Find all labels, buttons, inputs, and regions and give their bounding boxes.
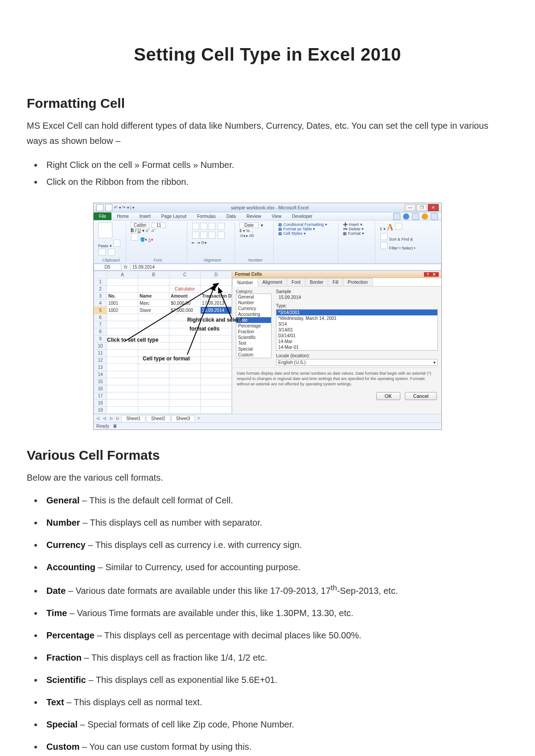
dialog-tab-border[interactable]: Border	[305, 278, 328, 286]
sheet-nav-buttons[interactable]: ᐊ ᐊ ᐅ ᐅ	[96, 416, 120, 421]
category-item[interactable]: Accounting	[236, 311, 271, 317]
cell[interactable]: $7,000.000	[169, 307, 201, 314]
border-button[interactable]	[131, 233, 138, 241]
dialog-tab-protection[interactable]: Protection	[343, 278, 373, 286]
delete-cells-button[interactable]: ➖ Delete ▾	[343, 227, 372, 231]
col-header[interactable]: A	[107, 271, 138, 278]
type-item[interactable]: 03/14/01	[276, 333, 437, 339]
font-grow-shrink[interactable]: A˄ A˅	[145, 229, 156, 233]
dialog-close-button[interactable]: ? ✕	[424, 272, 439, 277]
tab-formulas[interactable]: Formulas	[192, 212, 221, 220]
cell[interactable]: Stave	[138, 307, 169, 314]
sort-filter-icon[interactable]: A	[387, 222, 393, 232]
locale-select[interactable]: English (U.S.) ▾	[276, 359, 438, 366]
formula-input[interactable]: 15.09.2014	[130, 264, 441, 270]
sheet-tab[interactable]: Sheet1	[121, 415, 145, 421]
minimize-ribbon-icon[interactable]	[393, 213, 400, 220]
undo-redo[interactable]: ↶ ▾ ↷ ▾ | ▾	[114, 205, 135, 210]
tab-home[interactable]: Home	[111, 212, 134, 220]
insert-cells-button[interactable]: ➕ Insert ▾	[343, 222, 372, 227]
col-header[interactable]: D	[201, 271, 232, 278]
fill-button[interactable]	[380, 233, 387, 240]
paste-button[interactable]	[98, 222, 112, 238]
tab-data[interactable]: Data	[221, 212, 241, 220]
align-icon[interactable]	[200, 232, 207, 239]
align-icon[interactable]	[208, 223, 215, 230]
category-item[interactable]: Scientific	[236, 335, 271, 340]
cell-styles-button[interactable]: ▦ Cell Styles ▾	[278, 231, 335, 236]
category-item[interactable]: Number	[236, 300, 271, 306]
category-item[interactable]: Text	[236, 340, 271, 346]
type-item[interactable]: 14-Mar	[276, 339, 437, 344]
new-sheet-button[interactable]: ✧	[196, 416, 201, 421]
tab-file[interactable]: File	[94, 212, 111, 220]
bold-button[interactable]: B	[131, 228, 134, 233]
tab-page-layout[interactable]: Page Layout	[156, 212, 192, 220]
sheet-tab[interactable]: Sheet3	[171, 415, 195, 421]
cut-icon[interactable]	[113, 240, 120, 247]
category-list[interactable]: General Number Currency Accounting Date …	[236, 294, 272, 358]
number-format-select[interactable]: Date	[239, 222, 259, 228]
tab-insert[interactable]: Insert	[134, 212, 156, 220]
clear-button[interactable]	[380, 242, 387, 249]
close-button[interactable]: ✕	[428, 204, 439, 211]
cancel-button[interactable]: Cancel	[405, 392, 437, 400]
wrap-text-icon[interactable]	[218, 223, 225, 230]
cell[interactable]: Marc	[138, 300, 169, 307]
indent-buttons[interactable]: ⇤ ⇥ ⟳▾	[192, 241, 207, 245]
save-icon[interactable]	[105, 204, 112, 211]
corner-cell[interactable]	[94, 271, 107, 278]
type-item[interactable]: 3/14/01	[276, 327, 437, 333]
font-color-button[interactable]: A▾	[148, 237, 153, 242]
font-name-select[interactable]: Calibri	[131, 222, 149, 228]
align-icon[interactable]	[208, 232, 215, 239]
worksheet-grid[interactable]: A B C D 1 2Calculator 3 No. Name Amount …	[94, 271, 232, 414]
fill-color-button[interactable]: 🪣▾	[140, 237, 147, 242]
cell-selected[interactable]: 15.09.2014	[201, 307, 232, 314]
sheet-tab[interactable]: Sheet2	[146, 415, 170, 421]
align-icon[interactable]	[200, 223, 207, 230]
window-min-icon[interactable]	[412, 213, 419, 220]
tab-developer[interactable]: Developer	[287, 212, 318, 220]
ok-button[interactable]: OK	[376, 392, 400, 400]
find-select-icon[interactable]	[395, 223, 402, 230]
dialog-tab-font[interactable]: Font	[287, 278, 305, 286]
window-close-icon[interactable]	[431, 213, 438, 220]
autosum-button[interactable]: Σ ▾	[380, 227, 386, 231]
align-icon[interactable]	[192, 232, 199, 239]
category-item-selected[interactable]: Date	[236, 317, 271, 323]
type-item[interactable]: 3/14	[276, 321, 437, 327]
decimal-buttons[interactable]: .0◂ ▸.00	[239, 233, 254, 238]
type-item[interactable]: *Wednesday, March 14, 2001	[276, 315, 437, 321]
cell[interactable]: $0,000.00	[169, 300, 201, 307]
type-item[interactable]: 14-Mar-01	[276, 344, 437, 350]
type-list[interactable]: *3/14/2001 *Wednesday, March 14, 2001 3/…	[276, 309, 438, 351]
help-icon[interactable]	[403, 213, 409, 220]
tab-view[interactable]: View	[267, 212, 287, 220]
format-painter-icon[interactable]	[108, 249, 115, 256]
category-item[interactable]: Percentage	[236, 323, 271, 329]
minimize-button[interactable]: —	[405, 204, 416, 211]
restore-button[interactable]: ❐	[416, 204, 427, 211]
category-item[interactable]: Special	[236, 346, 271, 352]
category-item[interactable]: General	[236, 294, 271, 300]
underline-button[interactable]: U	[138, 228, 141, 233]
category-item[interactable]: Custom	[236, 352, 271, 358]
format-as-table-button[interactable]: ▦ Format as Table ▾	[278, 227, 335, 231]
copy-icon[interactable]	[99, 249, 106, 256]
type-item-selected[interactable]: *3/14/2001	[276, 310, 437, 315]
align-icon[interactable]	[192, 223, 199, 230]
cell[interactable]: 17.09.2013	[201, 300, 232, 307]
currency-percent-comma[interactable]: $ ▾ % ,	[239, 229, 253, 233]
cell[interactable]: 1002	[107, 307, 138, 314]
merge-icon[interactable]	[218, 232, 225, 239]
format-cells-button[interactable]: ▦ Format ▾	[343, 231, 372, 236]
category-item[interactable]: Fraction	[236, 329, 271, 335]
conditional-formatting-button[interactable]: ▦ Conditional Formatting ▾	[278, 222, 335, 227]
dialog-tab-alignment[interactable]: Alignment	[258, 278, 287, 286]
cell[interactable]: 1001	[107, 300, 138, 307]
dialog-tab-fill[interactable]: Fill	[328, 278, 343, 286]
category-item[interactable]: Currency	[236, 306, 271, 311]
font-size-select[interactable]: 11	[152, 222, 166, 228]
col-header[interactable]: B	[138, 271, 169, 278]
